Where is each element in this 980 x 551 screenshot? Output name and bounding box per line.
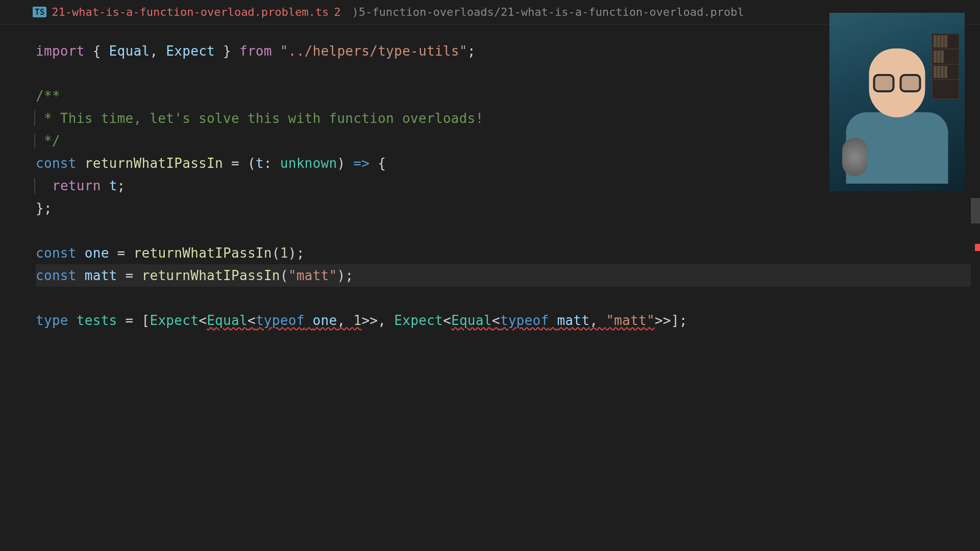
webcam-overlay — [829, 13, 965, 191]
code-line: const one = returnWhatIPassIn(1); — [36, 242, 980, 264]
code-line-empty — [36, 219, 980, 242]
scrollbar-track[interactable] — [971, 24, 980, 551]
code-line-empty — [36, 287, 980, 309]
code-line: }; — [36, 197, 980, 219]
breadcrumb[interactable]: )5-function-overloads/21-what-is-a-funct… — [352, 6, 744, 18]
tab-filename: 21-what-is-a-function-overload.problem.t… — [52, 6, 329, 18]
error-marker[interactable] — [975, 244, 980, 251]
scrollbar-thumb[interactable] — [971, 198, 980, 223]
editor-tab[interactable]: TS 21-what-is-a-function-overload.proble… — [26, 0, 348, 24]
tab-error-count-badge: 2 — [334, 6, 340, 18]
code-line-active: const matt = returnWhatIPassIn("matt"); — [36, 264, 980, 287]
microphone-icon — [842, 138, 868, 176]
code-line: type tests = [Expect<Equal<typeof one, 1… — [36, 309, 980, 332]
typescript-file-icon: TS — [33, 7, 46, 17]
